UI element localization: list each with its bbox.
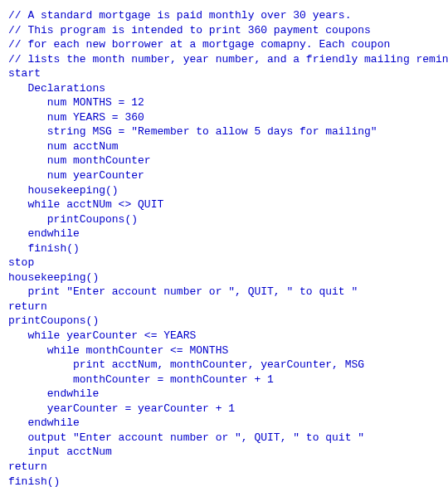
code-line: num acctNum (8, 139, 440, 154)
code-line: // lists the month number, year number, … (8, 52, 440, 67)
code-line: while yearCounter <= YEARS (8, 329, 440, 343)
code-line: printCoupons() (8, 212, 440, 227)
code-line: print "Enter account number or ", QUIT, … (8, 285, 440, 300)
code-line: num MONTHS = 12 (8, 95, 440, 110)
code-line: stop (8, 256, 440, 270)
code-line: while acctNUm <> QUIT (8, 197, 440, 212)
code-line: string MSG = "Remember to allow 5 days f… (8, 124, 440, 139)
code-line: return (8, 460, 440, 475)
code-line: // This program is intended to print 360… (8, 23, 440, 38)
code-line: print acctNum, monthCounter, yearCounter… (8, 358, 440, 373)
code-line: endwhile (8, 416, 440, 431)
code-line: start (8, 66, 440, 81)
code-line: yearCounter = yearCounter + 1 (8, 402, 440, 416)
code-line: housekeeping() (8, 270, 440, 285)
code-block: // A standard mortgage is paid monthly o… (8, 8, 440, 487)
code-line: monthCounter = monthCounter + 1 (8, 373, 440, 387)
code-line: // A standard mortgage is paid monthly o… (8, 8, 440, 23)
code-line: housekeeping() (8, 183, 440, 198)
code-line: num yearCounter (8, 168, 440, 183)
code-line: num monthCounter (8, 153, 440, 168)
code-line: // for each new borrower at a mortgage c… (8, 37, 440, 52)
code-line: input acctNum (8, 445, 440, 460)
code-line: Declarations (8, 81, 440, 96)
code-line: return (8, 300, 440, 314)
code-line: endwhile (8, 226, 440, 241)
code-line: num YEARS = 360 (8, 110, 440, 125)
code-line: finish() (8, 241, 440, 256)
code-line: output "Enter account number or ", QUIT,… (8, 431, 440, 446)
code-line: while monthCounter <= MONTHS (8, 343, 440, 358)
code-line: endwhile (8, 387, 440, 402)
code-line: printCoupons() (8, 314, 440, 329)
code-line: finish() (8, 475, 440, 488)
